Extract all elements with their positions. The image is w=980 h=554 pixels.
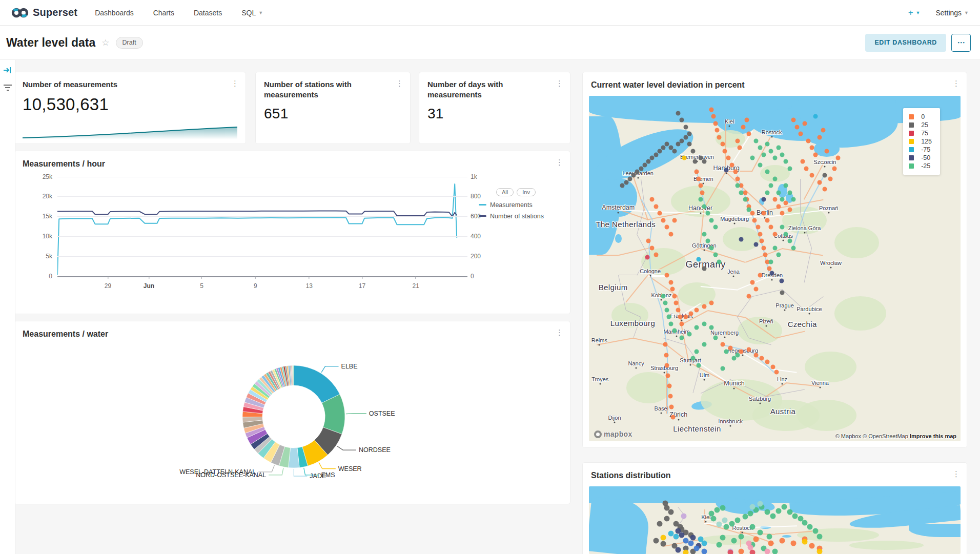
map-city-dot (729, 125, 730, 127)
station-dot (765, 170, 770, 174)
station-dot (745, 118, 749, 122)
nav-charts[interactable]: Charts (153, 9, 174, 17)
donut-chart[interactable]: ELBEOSTSEENORDSEEWESEREMSJADENORD-OSTSEE… (14, 340, 570, 497)
station-dot (715, 128, 720, 133)
superset-logo[interactable]: Superset (11, 7, 77, 18)
x-axis-tick: 29 (105, 276, 111, 290)
station-dot (791, 197, 795, 202)
map-country-label: Liechtenstein (673, 424, 721, 433)
station-dot (784, 200, 788, 205)
station-dot (821, 128, 825, 133)
new-item-button[interactable]: +▼ (908, 8, 921, 18)
station-dot (695, 170, 699, 174)
deviation-map[interactable]: The NetherlandsBelgiumGermanyCzechiaAust… (589, 96, 961, 441)
station-dot (717, 135, 721, 139)
station-dot (726, 156, 730, 160)
station-dot (702, 304, 706, 309)
map-city-dot (664, 372, 665, 374)
line-chart-plot[interactable]: 25k20k15k10k5k01k800600400200029Jun59131… (57, 177, 467, 277)
map-legend-row: 75 (909, 129, 932, 137)
station-dot (642, 162, 647, 167)
chart-menu-icon[interactable]: ⋮ (952, 79, 959, 87)
legend-inv-button[interactable]: Inv (517, 188, 536, 196)
favorite-star-icon[interactable]: ☆ (101, 37, 109, 48)
station-dot (713, 253, 718, 257)
station-dot (772, 156, 777, 160)
chart-menu-icon[interactable]: ⋮ (556, 79, 563, 87)
station-dot (795, 125, 800, 129)
station-dot (750, 156, 755, 160)
map-city-dot (649, 275, 651, 276)
station-dot (800, 159, 805, 164)
station-dot (700, 190, 705, 195)
station-dot (691, 149, 696, 153)
attribution-text[interactable]: © Mapbox © OpenStreetMap (835, 433, 910, 439)
station-dot (768, 540, 774, 546)
chart-menu-icon[interactable]: ⋮ (396, 79, 403, 87)
station-dot (688, 540, 694, 546)
legend-value: -50 (921, 154, 930, 161)
chart-menu-icon[interactable]: ⋮ (231, 79, 238, 87)
station-dot (765, 142, 770, 147)
station-dot (654, 204, 658, 209)
tick-mark (149, 276, 149, 279)
station-dot (728, 346, 732, 351)
station-dot (729, 521, 735, 526)
station-dot (784, 183, 788, 188)
station-dot (721, 366, 725, 371)
station-dot (674, 301, 679, 305)
chevron-down-icon: ▼ (258, 10, 263, 15)
map-city-dot (819, 387, 821, 388)
trendline-sparkline (23, 124, 237, 139)
map-city-dot (618, 212, 619, 214)
map-city-label: Amsterdam (602, 204, 635, 211)
station-dot (624, 180, 628, 184)
dashboard-more-button[interactable]: ⋯ (951, 34, 971, 52)
x-axis-tick: 21 (413, 276, 419, 290)
station-dot (739, 190, 744, 195)
station-dot (756, 225, 760, 230)
legend-swatch (909, 147, 914, 152)
map-city-dot (771, 136, 772, 137)
nav-sql[interactable]: SQL▼ (241, 9, 263, 17)
legend-marker (479, 204, 486, 206)
tick-label: 9 (254, 282, 257, 290)
tick-label: Jun (144, 282, 154, 290)
stations-map[interactable]: KielRostock (589, 486, 961, 554)
station-dot (720, 505, 726, 511)
station-dot (680, 138, 684, 143)
nav-datasets[interactable]: Datasets (194, 9, 222, 17)
station-dot (668, 321, 673, 326)
improve-map-link[interactable]: Improve this map (910, 433, 956, 439)
station-dot (683, 550, 688, 554)
tick-mark (255, 276, 256, 279)
edit-dashboard-button[interactable]: EDIT DASHBOARD (865, 34, 946, 52)
station-dot (709, 218, 714, 222)
station-dot (748, 510, 753, 516)
station-dot (761, 245, 766, 250)
station-dot (687, 332, 691, 337)
settings-menu[interactable]: Settings▼ (935, 9, 969, 17)
y-axis-tick-right: 200 (471, 253, 493, 260)
map-city-label: Pardubice (797, 306, 822, 312)
legend-item[interactable]: Number of stations (479, 213, 565, 220)
station-dot (639, 166, 643, 171)
chart-menu-icon[interactable]: ⋮ (952, 470, 959, 478)
legend-toolbar: AllInv (496, 188, 565, 196)
station-dot (670, 415, 675, 419)
station-dot (772, 176, 777, 181)
station-dot (676, 142, 681, 147)
nav-dashboards[interactable]: Dashboards (95, 9, 134, 17)
expand-filters-icon[interactable] (3, 66, 12, 76)
map-line (663, 539, 701, 547)
station-dot (730, 162, 734, 167)
station-dot (750, 550, 756, 554)
chart-menu-icon[interactable]: ⋮ (556, 329, 563, 336)
station-dot (706, 211, 710, 216)
legend-item[interactable]: Measurements (479, 201, 565, 209)
station-dot (802, 539, 807, 545)
legend-all-button[interactable]: All (496, 188, 514, 196)
chart-menu-icon[interactable]: ⋮ (556, 158, 563, 166)
x-axis-tick: 17 (359, 276, 365, 290)
map-line (752, 526, 797, 528)
